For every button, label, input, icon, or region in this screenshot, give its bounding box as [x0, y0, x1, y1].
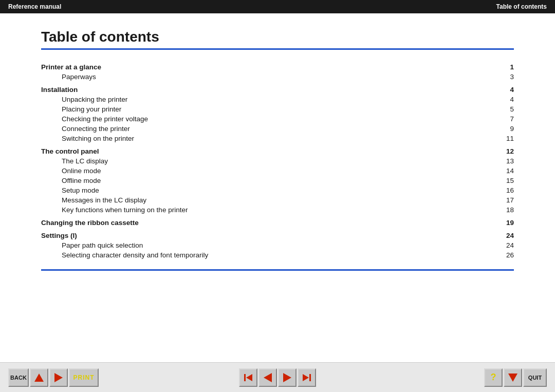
toc-row: Offline mode 15	[41, 176, 514, 185]
toc-row: The control panel 12	[41, 143, 514, 156]
toc-item-label: Unpacking the printer	[41, 95, 493, 104]
toc-heading-page: 12	[493, 143, 514, 156]
bottom-divider	[41, 269, 514, 271]
toc-item-label: Paper path quick selection	[41, 240, 493, 250]
help-label: ?	[491, 372, 496, 383]
header-left-label: Reference manual	[8, 3, 61, 10]
toc-heading-label: Settings (I)	[41, 228, 493, 240]
toc-item-label: Checking the printer voltage	[41, 114, 493, 124]
nav-prev-button[interactable]	[258, 368, 277, 387]
toc-item-page: 15	[493, 176, 514, 185]
first-arrow-icon	[246, 374, 252, 381]
arrow-up-icon	[34, 374, 44, 382]
header-right-label: Table of contents	[496, 3, 547, 10]
nav-last-button[interactable]	[298, 368, 316, 387]
toc-item-page: 5	[493, 104, 514, 114]
toc-item-page: 18	[493, 205, 514, 215]
toc-row: Paperways 3	[41, 72, 514, 82]
toc-row: Settings (I) 24	[41, 228, 514, 240]
footer-right-group: ? QUIT	[484, 368, 547, 387]
footer-toolbar: BACK PRINT ?	[0, 362, 555, 392]
toc-item-label: Setup mode	[41, 185, 493, 195]
header-bar: Reference manual Table of contents	[0, 0, 555, 13]
help-button[interactable]: ?	[484, 368, 503, 387]
stop-bar-left-icon	[244, 374, 246, 381]
toc-item-label: Online mode	[41, 166, 493, 176]
print-label: PRINT	[73, 374, 95, 381]
toc-item-page: 24	[493, 240, 514, 250]
toc-heading-page: 1	[493, 59, 514, 72]
toc-table: Printer at a glance 1 Paperways 3 Instal…	[41, 59, 514, 260]
toc-heading-page: 4	[493, 82, 514, 95]
nav-forward-button[interactable]	[49, 368, 68, 387]
arrow-down-icon	[508, 374, 517, 382]
toc-item-label: Offline mode	[41, 176, 493, 185]
arrow-left-icon	[264, 373, 272, 382]
toc-item-label: Connecting the printer	[41, 124, 493, 134]
toc-row: Printer at a glance 1	[41, 59, 514, 72]
main-content: Table of contents Printer at a glance 1 …	[0, 13, 555, 281]
stop-bar-right-icon	[309, 374, 311, 381]
footer-center-group	[239, 368, 316, 387]
toc-item-label: Key functions when turning on the printe…	[41, 205, 493, 215]
top-divider	[41, 48, 514, 50]
toc-item-page: 3	[493, 72, 514, 82]
toc-row: Changing the ribbon cassette 19	[41, 215, 514, 228]
back-button[interactable]: BACK	[8, 368, 29, 387]
toc-item-label: The LC display	[41, 156, 493, 166]
toc-row: Selecting character density and font tem…	[41, 250, 514, 260]
arrow-right-center-icon	[283, 373, 291, 382]
last-arrow-icon	[303, 374, 309, 381]
toc-row: The LC display 13	[41, 156, 514, 166]
toc-item-label: Paperways	[41, 72, 493, 82]
toc-row: Installation 4	[41, 82, 514, 95]
toc-item-page: 7	[493, 114, 514, 124]
arrow-right-icon	[54, 373, 63, 382]
page-title: Table of contents	[41, 29, 514, 45]
toc-row: Messages in the LC display 17	[41, 195, 514, 205]
nav-up-button[interactable]	[30, 368, 48, 387]
toc-item-page: 16	[493, 185, 514, 195]
toc-item-label: Selecting character density and font tem…	[41, 250, 493, 260]
toc-row: Checking the printer voltage 7	[41, 114, 514, 124]
toc-heading-label: The control panel	[41, 143, 493, 156]
toc-item-page: 11	[493, 134, 514, 143]
toc-heading-label: Changing the ribbon cassette	[41, 215, 493, 228]
toc-item-page: 17	[493, 195, 514, 205]
toc-item-label: Placing your printer	[41, 104, 493, 114]
toc-heading-page: 19	[493, 215, 514, 228]
toc-item-label: Switching on the printer	[41, 134, 493, 143]
toc-item-page: 9	[493, 124, 514, 134]
print-button[interactable]: PRINT	[69, 368, 99, 387]
toc-row: Placing your printer 5	[41, 104, 514, 114]
toc-row: Connecting the printer 9	[41, 124, 514, 134]
toc-heading-label: Installation	[41, 82, 493, 95]
quit-button[interactable]: QUIT	[523, 368, 547, 387]
nav-next-button[interactable]	[278, 368, 297, 387]
toc-row: Online mode 14	[41, 166, 514, 176]
back-label: BACK	[10, 375, 27, 381]
nav-down-button[interactable]	[504, 368, 522, 387]
footer-left-group: BACK PRINT	[8, 368, 99, 387]
toc-heading-page: 24	[493, 228, 514, 240]
nav-first-button[interactable]	[239, 368, 257, 387]
toc-row: Unpacking the printer 4	[41, 95, 514, 104]
toc-item-page: 4	[493, 95, 514, 104]
toc-item-page: 26	[493, 250, 514, 260]
toc-row: Setup mode 16	[41, 185, 514, 195]
toc-row: Switching on the printer 11	[41, 134, 514, 143]
toc-heading-label: Printer at a glance	[41, 59, 493, 72]
quit-label: QUIT	[528, 375, 542, 381]
toc-row: Paper path quick selection 24	[41, 240, 514, 250]
toc-item-label: Messages in the LC display	[41, 195, 493, 205]
toc-item-page: 14	[493, 166, 514, 176]
toc-row: Key functions when turning on the printe…	[41, 205, 514, 215]
toc-item-page: 13	[493, 156, 514, 166]
